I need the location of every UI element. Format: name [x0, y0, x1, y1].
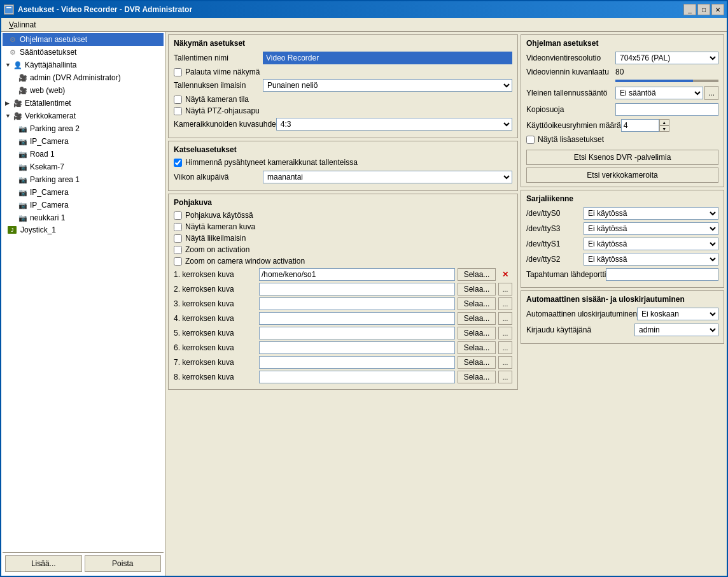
floor-2-browse-btn[interactable]: Selaa... [458, 283, 496, 296]
tallentimen-nimi-input[interactable] [263, 52, 512, 64]
tty-s3-select[interactable]: Ei käytössä PTZ ohjaus [584, 222, 718, 235]
joystick-icon: J [8, 226, 17, 234]
floor-1-browse-btn[interactable]: Selaa... [458, 268, 496, 281]
nayta-kameran-kuva-checkbox[interactable] [174, 223, 182, 231]
collapse-icon: ▼ [5, 62, 11, 68]
tty-s0-row: /dev/ttyS0 Ei käytössä PTZ ohjaus [526, 207, 718, 220]
floor-3-browse-btn[interactable]: Selaa... [458, 297, 496, 310]
kayttooikeusryhmien-maara-input[interactable] [621, 119, 659, 132]
floor-5-input[interactable] [259, 327, 455, 339]
zoom-camera-window-checkbox[interactable] [174, 257, 182, 266]
menu-valinnat[interactable]: Valinnat [4, 19, 41, 31]
sidebar-item-ip-camera-3[interactable]: 📷 IP_Camera [3, 199, 164, 211]
tty-s1-label: /dev/ttyS1 [526, 239, 584, 248]
title-bar: Asetukset - Video Recorder - DVR Adminis… [1, 1, 727, 18]
sidebar-item-label: admin (DVR Administrator) [30, 73, 121, 82]
tty-s2-label: /dev/ttyS2 [526, 255, 584, 264]
floor-5-dots-btn[interactable]: ... [498, 327, 512, 339]
yleinen-tallennussaanto-dots-btn[interactable]: ... [704, 86, 718, 100]
tapahtuman-lahdeportti-input[interactable] [606, 268, 718, 281]
tallennuksen-ilmaisin-select[interactable]: Punainen neliö Ei ilmaisinta [263, 79, 512, 92]
sidebar-item-neukkari-1[interactable]: 📷 neukkari 1 [3, 211, 164, 224]
close-button[interactable]: ✕ [711, 4, 724, 15]
sidebar-item-saantoasetukset[interactable]: ⚙ Sääntöasetukset [3, 46, 164, 59]
sidebar-item-web[interactable]: 🎥 web (web) [3, 84, 164, 97]
floor-3-dots-btn[interactable]: ... [498, 297, 512, 310]
sidebar-item-ip-camera-2[interactable]: 📷 IP_Camera [3, 186, 164, 199]
expand-icon-eta: ▶ [5, 100, 11, 106]
camera-icon-ksekam: 📷 [18, 162, 28, 172]
add-button[interactable]: Lisää... [5, 555, 82, 572]
floor-8-dots-btn[interactable]: ... [498, 371, 512, 383]
kopiosuoja-input[interactable] [615, 103, 718, 116]
floor-4-browse-btn[interactable]: Selaa... [458, 312, 496, 325]
katseluasetukset-title: Katseluasetukset [174, 145, 512, 154]
floor-7-browse-btn[interactable]: Selaa... [458, 356, 496, 369]
delete-icon-1: ✕ [502, 270, 508, 279]
floor-3-input[interactable] [259, 297, 455, 310]
floor-8-input[interactable] [259, 371, 455, 383]
sidebar-bottom: Lisää... Poista [3, 552, 164, 574]
videovientiresoluu-wrap: 704x576 (PAL) 720x576 (PAL) 352x288 (PAL… [615, 52, 718, 64]
sidebar-item-joystick-1[interactable]: J Joystick_1 [3, 224, 164, 236]
sidebar-item-kayttajahallinta[interactable]: ▼ 👤 Käyttäjähallinta [3, 59, 164, 71]
zoom-activation-checkbox[interactable] [174, 246, 182, 254]
yleinen-tallennussaanto-select[interactable]: Ei sääntöä [615, 87, 703, 99]
sidebar-item-parking-1[interactable]: 📷 Parking area 1 [3, 173, 164, 186]
nayta-ptz-checkbox[interactable] [174, 107, 182, 115]
etsi-verkkokameroita-btn[interactable]: Etsi verkkokameroita [526, 167, 718, 183]
tallennuksen-ilmaisin-label: Tallennuksen ilmaisin [174, 81, 263, 90]
sidebar-item-ksekam-7[interactable]: 📷 Ksekam-7 [3, 160, 164, 173]
floor-7-input[interactable] [259, 356, 455, 369]
spinbox-up-btn[interactable]: ▲ [659, 119, 669, 125]
floor-6-browse-btn[interactable]: Selaa... [458, 341, 496, 354]
sidebar-item-label: Käyttäjähallinta [25, 61, 76, 69]
sidebar-item-label: Parking area 2 [30, 124, 80, 133]
remove-button[interactable]: Poista [85, 555, 162, 572]
viikon-alkupaiva-select[interactable]: maanantai sunnuntai [263, 171, 512, 183]
left-panels: Näkymän asetukset Tallentimen nimi Palau… [168, 34, 518, 573]
sidebar-item-ip-camera-1[interactable]: 📷 IP_Camera [3, 135, 164, 148]
floor-4-dots-btn[interactable]: ... [498, 312, 512, 325]
floor-5-browse-btn[interactable]: Selaa... [458, 327, 496, 339]
floor-2-input[interactable] [259, 283, 455, 296]
etsi-ksenos-btn[interactable]: Etsi Ksenos DVR -palvelimia [526, 150, 718, 165]
sidebar-item-admin[interactable]: 🎥 admin (DVR Administrator) [3, 71, 164, 84]
nayta-lisaasetukset-checkbox[interactable] [526, 136, 535, 144]
camera-icon-admin: 🎥 [18, 73, 28, 83]
sidebar-item-ohjelman-asetukset[interactable]: ⚙ Ohjelman asetukset [3, 33, 164, 46]
tty-s1-select[interactable]: Ei käytössä PTZ ohjaus [584, 238, 718, 250]
minimize-button[interactable]: _ [683, 4, 696, 15]
nayta-liikeilmaisin-checkbox[interactable] [174, 234, 182, 243]
kirjaudu-select[interactable]: admin web [634, 324, 718, 336]
floor-1-input[interactable] [259, 268, 455, 281]
videovientiresoluu-label: Videonvientiresoolutio [526, 53, 615, 62]
zoom-activation-row: Zoom on activation [174, 245, 512, 254]
tty-s0-select[interactable]: Ei käytössä PTZ ohjaus [584, 207, 718, 220]
uloskirjautuminen-select[interactable]: Ei koskaan 5 minuuttia 10 minuuttia [637, 308, 718, 320]
palauta-checkbox[interactable] [174, 68, 182, 76]
tty-s2-select[interactable]: Ei käytössä PTZ ohjaus [584, 253, 718, 266]
floor-6-dots-btn[interactable]: ... [498, 341, 512, 354]
maximize-button[interactable]: □ [697, 4, 710, 15]
floor-2-dots-btn[interactable]: ... [498, 283, 512, 296]
pohjakuva-kaytossa-checkbox[interactable] [174, 211, 182, 220]
automaattinen-title: Automaattinen sisään- ja uloskirjautumin… [526, 295, 718, 304]
floor-7-dots-btn[interactable]: ... [498, 356, 512, 369]
pohjakuva-title: Pohjakuva [174, 198, 512, 207]
sidebar-item-parking-2[interactable]: 📷 Parking area 2 [3, 122, 164, 135]
sidebar-item-verkkokamerat[interactable]: ▼ 🎥 Verkkokamerat [3, 110, 164, 122]
himmenna-checkbox[interactable] [174, 159, 182, 167]
sidebar-item-etatallentime[interactable]: ▶ 🎥 Etätallentimet [3, 97, 164, 110]
videovientiresoluu-select[interactable]: 704x576 (PAL) 720x576 (PAL) 352x288 (PAL… [615, 52, 718, 64]
nayta-kameran-tila-checkbox[interactable] [174, 96, 182, 104]
floor-4-input[interactable] [259, 312, 455, 325]
sidebar-item-road-1[interactable]: 📷 Road 1 [3, 148, 164, 160]
floor-8-browse-btn[interactable]: Selaa... [458, 371, 496, 383]
kuvasuhde-select[interactable]: 4:3 16:9 Vapaa [276, 118, 512, 131]
floor-6-input[interactable] [259, 341, 455, 354]
floor-1-label: 1. kerroksen kuva [174, 270, 256, 279]
kuvasuhde-row: Kameraikkunoiden kuvasuhde 4:3 16:9 Vapa… [174, 118, 512, 131]
floor-1-delete[interactable]: ✕ [498, 268, 512, 281]
spinbox-down-btn[interactable]: ▼ [659, 125, 669, 132]
